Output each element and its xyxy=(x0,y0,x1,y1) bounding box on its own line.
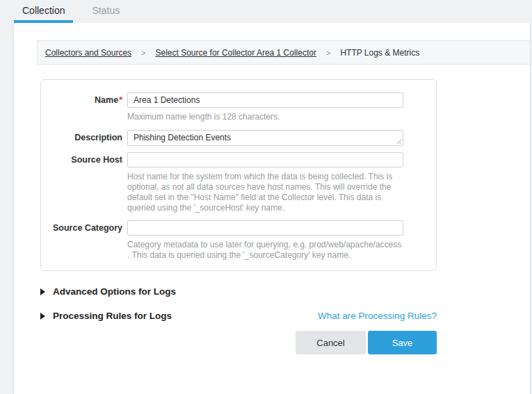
description-field-row: Description Phishing Detection Events xyxy=(53,130,403,146)
what-are-processing-rules-link[interactable]: What are Processing Rules? xyxy=(318,311,437,321)
source-config-form: Name* Maximum name length is 128 charact… xyxy=(40,79,437,271)
processing-rules-section: Processing Rules for Logs What are Proce… xyxy=(40,311,437,321)
breadcrumb-current-page: HTTP Logs & Metrics xyxy=(340,48,419,58)
advanced-options-toggle[interactable]: Advanced Options for Logs xyxy=(40,286,437,297)
source-category-label: Source Category xyxy=(53,220,122,236)
cancel-button[interactable]: Cancel xyxy=(296,331,366,354)
source-host-field-row: Source Host Host name for the system fro… xyxy=(53,152,403,213)
name-field-row: Name* Maximum name length is 128 charact… xyxy=(53,92,403,122)
name-hint: Maximum name length is 128 characters. xyxy=(127,112,403,122)
source-host-input[interactable] xyxy=(127,152,403,167)
breadcrumb-separator: > xyxy=(326,49,330,57)
source-host-label: Source Host xyxy=(53,152,122,167)
triangle-right-icon xyxy=(40,313,45,320)
processing-rules-toggle[interactable]: Processing Rules for Logs xyxy=(40,311,172,321)
tab-status[interactable]: Status xyxy=(83,0,128,23)
name-input[interactable] xyxy=(127,92,403,108)
required-asterisk: * xyxy=(119,95,122,105)
content-panel: Collectors and Sources > Select Source f… xyxy=(14,23,531,394)
tab-collection-label: Collection xyxy=(22,5,65,16)
name-label: Name* xyxy=(53,92,122,108)
triangle-right-icon xyxy=(40,288,45,295)
breadcrumb-collectors-and-sources-link[interactable]: Collectors and Sources xyxy=(45,48,131,58)
description-textarea[interactable]: Phishing Detection Events xyxy=(127,130,403,146)
breadcrumb: Collectors and Sources > Select Source f… xyxy=(37,40,530,65)
tab-bar: Collection Status xyxy=(14,0,532,23)
source-category-field-row: Source Category Category metadata to use… xyxy=(53,220,403,261)
breadcrumb-separator: > xyxy=(141,49,145,57)
save-button[interactable]: Save xyxy=(368,331,437,354)
advanced-options-section: Advanced Options for Logs xyxy=(40,286,437,297)
source-category-input[interactable] xyxy=(127,220,403,236)
advanced-options-label: Advanced Options for Logs xyxy=(53,286,176,297)
form-actions: Cancel Save xyxy=(40,331,437,354)
processing-rules-label: Processing Rules for Logs xyxy=(53,311,172,321)
description-label: Description xyxy=(53,130,122,145)
breadcrumb-select-source-link[interactable]: Select Source for Collector Area 1 Colle… xyxy=(156,48,316,58)
source-host-help-text: Host name for the system from which the … xyxy=(127,172,403,213)
tab-status-label: Status xyxy=(92,5,120,16)
tab-collection[interactable]: Collection xyxy=(14,0,73,23)
source-category-help-text: Category metadata to use later for query… xyxy=(127,240,403,261)
